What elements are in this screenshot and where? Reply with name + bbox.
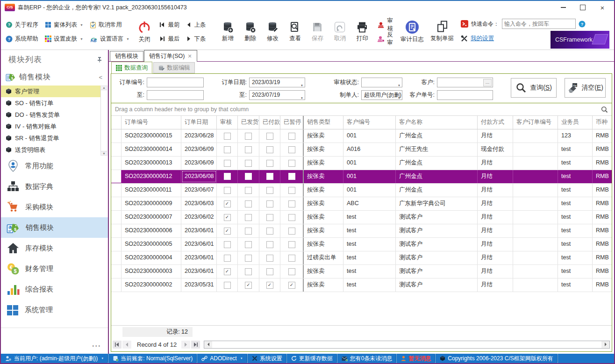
first-record-button[interactable] [113, 341, 122, 349]
unapprove-button[interactable]: 反审 [377, 33, 393, 45]
checkbox[interactable] [288, 282, 295, 289]
scroll-down-icon[interactable]: ▼ [102, 152, 106, 155]
module-button-inventory-module[interactable]: 库存模块 [1, 238, 108, 258]
checkbox[interactable] [266, 241, 273, 248]
checkbox[interactable] [224, 146, 231, 153]
checkbox[interactable] [288, 146, 295, 153]
menu-item-cancel-favorite[interactable]: 取消常用 [90, 19, 129, 31]
checkbox[interactable] [224, 214, 231, 221]
scroll-up-icon[interactable]: ▲ [102, 86, 106, 89]
status-refresh-cache[interactable]: 更新缓存数据 [286, 354, 337, 363]
last-record-button[interactable] [191, 341, 200, 349]
delete-button[interactable]: 删除 [242, 21, 258, 43]
menu-item-set-language[interactable]: AB设置语言▼ [90, 33, 129, 45]
checkbox[interactable] [245, 255, 252, 262]
checkbox[interactable] [266, 160, 273, 167]
checkbox[interactable] [224, 133, 231, 140]
table-row[interactable]: ▶SO2023000000122023/06/08按张卖001广州金点月结tes… [111, 170, 612, 184]
minimize-button[interactable] [553, 1, 573, 14]
order-date-from-select[interactable]: 2023/03/19▼ [249, 78, 305, 87]
table-row[interactable]: SO2023000000062023/06/01按张卖test测试客户月结tes… [111, 224, 612, 238]
approve-button[interactable]: 审核 [377, 19, 393, 31]
checkbox[interactable] [224, 200, 231, 207]
checkbox[interactable] [288, 160, 295, 167]
checkbox[interactable] [224, 241, 231, 248]
checkbox[interactable] [266, 255, 273, 262]
checkbox[interactable] [288, 255, 295, 262]
chevron-left-icon[interactable]: < [99, 74, 102, 81]
table-row[interactable]: SO2023000000112023/06/07按张卖001广州金点月结test… [111, 184, 612, 197]
checkbox[interactable] [266, 146, 273, 153]
checkbox[interactable] [245, 160, 252, 167]
close-form-button[interactable]: 关闭 [136, 20, 153, 43]
status-current-account[interactable]: 当前账套: Normal(SqlServer) [108, 354, 197, 363]
column-header[interactable]: 销售类型 [304, 116, 343, 129]
column-header[interactable]: 客户名称 [396, 116, 478, 129]
checkbox[interactable] [266, 173, 273, 180]
checkbox[interactable] [245, 133, 252, 140]
menu-item-about-program[interactable]: ?关于程序 [6, 19, 38, 31]
column-header[interactable]: 审核 [217, 116, 238, 129]
table-row[interactable]: SO2023000000052023/06/01按张卖test测试客户月结tes… [111, 238, 612, 251]
checkbox[interactable] [266, 214, 273, 221]
sidebar-item-customer-management[interactable]: 客户管理 [1, 86, 100, 97]
customer-order-input[interactable] [437, 90, 493, 100]
checkbox[interactable] [266, 187, 273, 194]
close-button[interactable]: × [593, 1, 612, 14]
audit-log-button[interactable]: 审计日志 [400, 20, 424, 43]
checkbox[interactable] [224, 173, 231, 180]
table-row[interactable]: SO2023000000042023/06/01过磅卖出单test测试客户月结t… [111, 251, 612, 265]
column-header[interactable]: 客户编号 [343, 116, 396, 129]
column-header[interactable]: 业务员 [558, 116, 593, 129]
checkbox[interactable] [245, 173, 252, 180]
maker-select[interactable]: 超级用户(勿删)▼ [361, 90, 402, 100]
checkbox[interactable] [224, 160, 231, 167]
menu-item-system-help[interactable]: ?系统帮助 [6, 33, 38, 45]
table-row[interactable]: SO2023000000132023/06/09按张卖001广州金点月结test… [111, 157, 612, 170]
checkbox[interactable] [245, 187, 252, 194]
pin-icon[interactable] [97, 57, 102, 63]
checkbox[interactable] [245, 200, 252, 207]
module-button-common-functions[interactable]: 常用功能 [1, 156, 108, 176]
tab-data-query[interactable]: 数据查询 [111, 62, 152, 74]
checkbox[interactable] [245, 214, 252, 221]
sidebar-item-so-sales-order[interactable]: SO - 销售订单 [1, 97, 100, 109]
sidebar-item-sr-sales-return[interactable]: SR - 销售退货单 [1, 132, 100, 144]
checkbox[interactable] [288, 133, 295, 140]
checkbox[interactable] [288, 228, 295, 235]
checkbox[interactable] [224, 187, 231, 194]
nav-first-button[interactable]: 最前 [159, 19, 186, 31]
checkbox[interactable] [266, 268, 273, 275]
table-row[interactable]: SO2023000000152023/06/28按张卖001广州金点月结123R… [111, 129, 612, 143]
next-record-button[interactable] [181, 341, 190, 349]
query-button[interactable]: 查询(S) [511, 78, 557, 98]
checkbox[interactable] [245, 146, 252, 153]
table-row[interactable]: SO2023000000092023/06/03按张卖ABC广东新华字典公司月结… [111, 197, 612, 211]
tab-data-edit[interactable]: 数据编辑 [153, 62, 195, 73]
column-header[interactable]: 币种 [593, 116, 612, 129]
ellipsis-button[interactable]: … [483, 79, 492, 86]
help-circle-icon[interactable]: ? [579, 21, 586, 28]
column-header[interactable]: 已发货 [238, 116, 259, 129]
checkbox[interactable] [224, 228, 231, 235]
status-system-settings[interactable]: 系统设置 [247, 354, 286, 363]
order-no-input[interactable] [147, 78, 204, 87]
column-header[interactable]: 订单编号 [122, 116, 181, 129]
checkbox[interactable] [288, 173, 295, 180]
menu-item-set-skin[interactable]: 设置皮肤▼ [45, 33, 83, 45]
print-button[interactable]: 打印 [354, 21, 370, 43]
overflow-dots[interactable]: ••• [92, 343, 101, 349]
sidebar-item-delivery-detail[interactable]: 送货明细表 [1, 144, 100, 156]
table-row[interactable]: SO2023000000072023/06/02按张卖test测试客户月结tes… [111, 211, 612, 224]
nav-last-button[interactable]: 最后 [159, 33, 186, 45]
checkbox[interactable] [288, 268, 295, 275]
clear-button[interactable]: Aa 清空(E) [565, 78, 606, 98]
tab-sales-order[interactable]: 销售订单(SO) ✕ [144, 50, 197, 62]
add-button[interactable]: 新增 [220, 21, 236, 43]
order-date-to-select[interactable]: 2023/07/19▼ [249, 90, 305, 100]
status-ado-direct[interactable]: ADODirect▼ [197, 354, 247, 363]
module-button-data-dictionary[interactable]: 数据字典 [1, 176, 108, 197]
module-button-sales-module[interactable]: $销售模块 [1, 217, 108, 238]
menu-item-window-list[interactable]: 窗体列表▼ [45, 19, 83, 31]
table-row[interactable]: SO2023000000032023/06/01按张卖test测试客户月结tes… [111, 265, 612, 278]
